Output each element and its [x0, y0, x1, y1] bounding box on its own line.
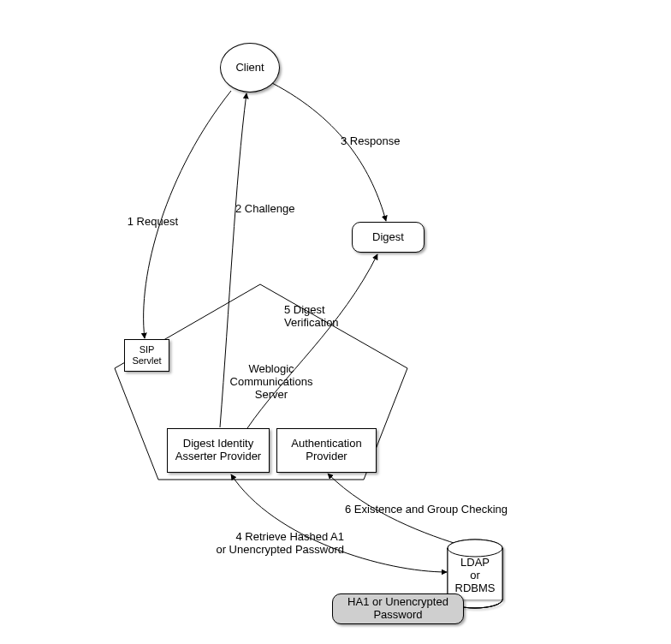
digest-identity-node: Digest Identity Asserter Provider [167, 428, 270, 473]
request-label: 1 Request [101, 216, 178, 229]
edge-verify [247, 254, 377, 428]
ha1-node: HA1 or Unencrypted Password [332, 593, 464, 624]
response-label: 3 Response [341, 135, 426, 148]
retrieve-label: 4 Retrieve Hashed A1 or Unencrypted Pass… [181, 531, 344, 557]
sip-servlet-node: SIP Servlet [124, 339, 169, 372]
challenge-label: 2 Challenge [235, 203, 321, 216]
sip-servlet-label: SIP Servlet [125, 344, 169, 366]
digest-node: Digest [352, 222, 425, 253]
ldap-label: LDAP or RDBMS [448, 557, 502, 595]
edge-response [272, 83, 386, 221]
client-node: Client [220, 43, 280, 92]
edge-retrieve [231, 474, 447, 572]
wcs-label: Weblogic Communications Server [216, 363, 327, 402]
svg-point-0 [448, 540, 502, 557]
existence-label: 6 Existence and Group Checking [345, 504, 542, 516]
client-label: Client [235, 62, 264, 75]
svg-point-3 [448, 540, 502, 557]
digest-label: Digest [372, 231, 404, 244]
auth-provider-label: Authentication Provider [277, 438, 376, 463]
diagram-canvas: Client Digest SIP Servlet Digest Identit… [0, 0, 671, 644]
ha1-label: HA1 or Unencrypted Password [333, 596, 463, 622]
verify-label: 5 Digest Verification [284, 304, 378, 330]
digest-identity-label: Digest Identity Asserter Provider [168, 438, 269, 463]
auth-provider-node: Authentication Provider [276, 428, 377, 473]
